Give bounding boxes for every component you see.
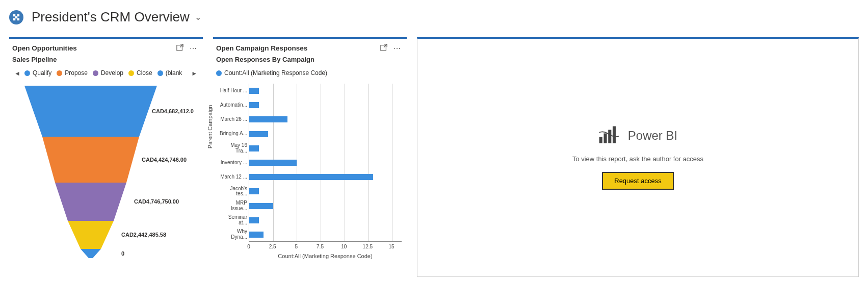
power-bi-icon bbox=[598, 126, 620, 146]
panel-subtitle: Open Responses By Campaign bbox=[213, 55, 407, 67]
svg-marker-7 bbox=[42, 137, 139, 183]
bar bbox=[249, 232, 264, 238]
svg-rect-4 bbox=[15, 16, 17, 18]
x-tick-label: 10 bbox=[341, 244, 347, 249]
bar bbox=[249, 88, 259, 94]
x-tick-label: 5 bbox=[295, 244, 298, 249]
more-icon[interactable]: ⋯ bbox=[187, 44, 200, 53]
bar-row[interactable]: Seminar at... bbox=[249, 216, 392, 225]
legend-label: (blank bbox=[166, 69, 182, 77]
svg-marker-8 bbox=[55, 183, 126, 221]
legend-next-icon[interactable]: ► bbox=[189, 70, 199, 77]
bar-category-label: Why Dyna... bbox=[220, 229, 249, 240]
legend-item[interactable]: Propose bbox=[57, 69, 88, 77]
bar-row[interactable]: May 16 Tra... bbox=[249, 144, 392, 153]
x-tick-label: 12.5 bbox=[363, 244, 373, 249]
legend-label: Propose bbox=[65, 69, 88, 77]
power-bi-brand: Power BI bbox=[628, 129, 677, 143]
funnel-value-label: CAD4,746,750.00 bbox=[134, 198, 179, 205]
panel-title: Open Campaign Responses bbox=[216, 44, 377, 52]
legend-item[interactable]: (blank bbox=[157, 69, 182, 77]
legend-item[interactable]: Qualify bbox=[24, 69, 51, 77]
bar-row[interactable]: Automatin... bbox=[249, 100, 392, 110]
power-bi-message: To view this report, ask the author for … bbox=[572, 155, 703, 163]
bar bbox=[249, 160, 297, 166]
expand-icon[interactable] bbox=[173, 44, 187, 53]
panel-title: Open Opportunities bbox=[12, 44, 173, 52]
bar-category-label: Seminar at... bbox=[220, 215, 249, 225]
svg-rect-0 bbox=[13, 14, 15, 16]
bar-category-label: Half Hour ... bbox=[220, 88, 249, 94]
svg-marker-6 bbox=[24, 86, 157, 137]
svg-rect-13 bbox=[603, 133, 607, 143]
expand-icon[interactable] bbox=[377, 44, 390, 53]
svg-rect-14 bbox=[608, 130, 611, 143]
legend-swatch bbox=[93, 70, 98, 76]
x-tick-label: 15 bbox=[388, 244, 394, 249]
svg-marker-10 bbox=[81, 249, 101, 258]
bar-category-label: Inventory ... bbox=[220, 160, 249, 166]
bar-category-label: Jacob's tes... bbox=[220, 186, 249, 197]
funnel-segment[interactable]: CAD4,746,750.00 bbox=[24, 183, 200, 221]
bar-row[interactable]: Jacob's tes... bbox=[249, 187, 392, 196]
bar-row[interactable]: March 12 ... bbox=[249, 172, 392, 182]
bar-row[interactable]: Bringing A... bbox=[249, 130, 392, 139]
x-axis-ticks: 02.557.51012.515 bbox=[249, 244, 402, 252]
funnel-value-label: CAD4,682,412.0 bbox=[152, 108, 194, 114]
svg-rect-15 bbox=[613, 126, 616, 143]
svg-rect-1 bbox=[17, 14, 19, 16]
bar bbox=[249, 188, 259, 194]
bar-category-label: MRP Issue... bbox=[220, 200, 249, 211]
legend-prev-icon[interactable]: ◄ bbox=[12, 70, 22, 77]
bar bbox=[249, 131, 268, 137]
legend-label: Count:All (Marketing Response Code) bbox=[224, 69, 327, 77]
request-access-button[interactable]: Request access bbox=[602, 172, 674, 190]
more-icon[interactable]: ⋯ bbox=[390, 44, 404, 53]
legend-swatch bbox=[24, 70, 30, 76]
bar-row[interactable]: Inventory ... bbox=[249, 158, 392, 167]
bar-chart: Parent Campaign Half Hour ...Automatin..… bbox=[213, 82, 407, 259]
bar-category-label: May 16 Tra... bbox=[220, 143, 249, 154]
bar bbox=[249, 174, 373, 180]
funnel-value-label: CAD2,442,485.58 bbox=[121, 232, 166, 238]
legend-item[interactable]: Develop bbox=[93, 69, 123, 77]
bar-category-label: Bringing A... bbox=[220, 131, 249, 137]
legend-label: Develop bbox=[101, 69, 123, 77]
bar-row[interactable]: March 26 ... bbox=[249, 115, 392, 124]
dashboard-icon bbox=[9, 10, 23, 24]
panel-open-campaign-responses: Open Campaign Responses ⋯ Open Responses… bbox=[213, 37, 407, 277]
bar-row[interactable]: Why Dyna... bbox=[249, 230, 392, 239]
bar-category-label: March 12 ... bbox=[220, 174, 249, 180]
panel-power-bi: Power BI To view this report, ask the au… bbox=[417, 37, 859, 277]
x-tick-label: 0 bbox=[247, 244, 250, 249]
bar bbox=[249, 116, 287, 122]
legend-swatch bbox=[157, 70, 163, 76]
svg-rect-3 bbox=[17, 18, 19, 20]
funnel-segment[interactable]: CAD2,442,485.58 bbox=[24, 221, 200, 249]
legend-item[interactable]: Close bbox=[128, 69, 152, 77]
bar-row[interactable]: Half Hour ... bbox=[249, 86, 392, 95]
bar-row[interactable]: MRP Issue... bbox=[249, 201, 392, 211]
funnel-legend: ◄ QualifyProposeDevelopClose(blank ► bbox=[9, 67, 203, 83]
funnel-segment[interactable]: CAD4,682,412.0 bbox=[24, 86, 200, 137]
svg-rect-2 bbox=[13, 18, 15, 20]
x-axis-label: Count:All (Marketing Response Code) bbox=[249, 252, 402, 259]
legend-label: Close bbox=[137, 69, 152, 77]
bar bbox=[249, 217, 259, 223]
page-header: President's CRM Overview ⌄ bbox=[0, 0, 868, 37]
x-tick-label: 7.5 bbox=[317, 244, 324, 249]
legend-swatch bbox=[216, 70, 222, 76]
funnel-segment[interactable]: CAD4,424,746.00 bbox=[24, 137, 200, 183]
chevron-down-icon[interactable]: ⌄ bbox=[195, 12, 201, 22]
svg-rect-12 bbox=[599, 137, 602, 143]
svg-marker-9 bbox=[68, 221, 114, 249]
bar bbox=[249, 102, 259, 108]
bar bbox=[249, 203, 273, 209]
funnel-value-label: CAD4,424,746.00 bbox=[142, 157, 187, 163]
bar-legend: Count:All (Marketing Response Code) bbox=[213, 67, 407, 82]
bar bbox=[249, 145, 259, 151]
funnel-segment[interactable]: 0 bbox=[24, 249, 200, 258]
legend-label: Qualify bbox=[33, 69, 51, 77]
legend-swatch bbox=[57, 70, 62, 76]
y-axis-label: Parent Campaign bbox=[207, 105, 213, 149]
